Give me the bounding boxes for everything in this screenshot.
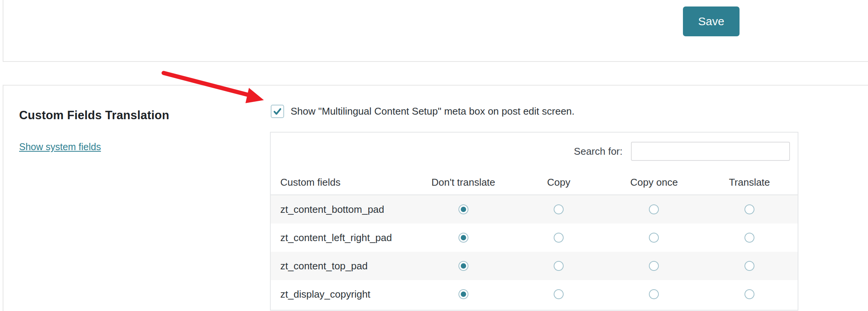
column-header-copy-once: Copy once (606, 177, 702, 188)
radio-cell-copy (511, 233, 606, 243)
radio-copy[interactable] (554, 233, 564, 243)
table-row: zt_content_bottom_pad (271, 195, 798, 224)
radio-cell-translate (702, 233, 797, 243)
radio-translate[interactable] (744, 204, 754, 214)
table-row: zt_content_top_pad (271, 252, 798, 280)
radio-translate[interactable] (744, 261, 754, 271)
radio-cell-translate (702, 204, 797, 214)
table-header: Custom fieldsDon't translateCopyCopy onc… (271, 170, 798, 195)
settings-card-top: Save (3, 0, 868, 62)
radio-don-t-translate[interactable] (458, 204, 468, 214)
radio-cell-copy (511, 261, 606, 271)
radio-copy-once[interactable] (649, 233, 659, 243)
column-header-custom-fields: Custom fields (271, 177, 416, 188)
radio-cell-copy-once (606, 233, 702, 243)
radio-don-t-translate[interactable] (458, 261, 468, 271)
table-row: zt_display_copyright (271, 280, 798, 308)
radio-cell-don-t-translate (416, 261, 511, 271)
radio-cell-copy-once (606, 204, 702, 214)
radio-cell-copy-once (606, 289, 702, 299)
page-title: Custom Fields Translation (19, 109, 169, 122)
checkmark-icon (272, 106, 283, 117)
radio-cell-translate (702, 261, 797, 271)
field-name: zt_content_left_right_pad (271, 232, 416, 244)
save-button[interactable]: Save (683, 6, 740, 36)
meta-box-option-row: Show "Multilingual Content Setup" meta b… (271, 105, 575, 118)
show-system-fields-link[interactable]: Show system fields (19, 141, 101, 152)
radio-translate[interactable] (744, 289, 754, 299)
search-row: Search for: (271, 133, 798, 170)
radio-copy-once[interactable] (649, 261, 659, 271)
radio-copy-once[interactable] (649, 204, 659, 214)
radio-cell-don-t-translate (416, 233, 511, 243)
search-label: Search for: (574, 146, 623, 157)
field-name: zt_content_top_pad (271, 260, 416, 272)
column-header-translate: Translate (702, 177, 797, 188)
radio-copy-once[interactable] (649, 289, 659, 299)
radio-cell-copy (511, 204, 606, 214)
radio-cell-translate (702, 289, 797, 299)
meta-box-checkbox[interactable] (271, 105, 284, 118)
radio-cell-don-t-translate (416, 289, 511, 299)
custom-fields-translation-card: Custom Fields Translation Show system fi… (3, 85, 868, 311)
field-name: zt_content_bottom_pad (271, 204, 416, 215)
field-name: zt_display_copyright (271, 288, 416, 300)
radio-copy[interactable] (554, 204, 564, 214)
search-input[interactable] (631, 142, 790, 161)
radio-cell-don-t-translate (416, 204, 511, 214)
radio-copy[interactable] (554, 261, 564, 271)
radio-translate[interactable] (744, 233, 754, 243)
radio-cell-copy (511, 289, 606, 299)
custom-fields-table-card: Search for: Custom fieldsDon't translate… (270, 132, 798, 311)
meta-box-checkbox-label: Show "Multilingual Content Setup" meta b… (291, 105, 575, 117)
radio-copy[interactable] (554, 289, 564, 299)
settings-page: Save Custom Fields Translation Show syst… (0, 0, 868, 311)
column-header-don-t-translate: Don't translate (416, 177, 511, 188)
radio-cell-copy-once (606, 261, 702, 271)
table-body: zt_content_bottom_padzt_content_left_rig… (271, 195, 798, 308)
radio-don-t-translate[interactable] (458, 233, 468, 243)
radio-don-t-translate[interactable] (458, 289, 468, 299)
table-row: zt_content_left_right_pad (271, 224, 798, 252)
column-header-copy: Copy (511, 177, 606, 188)
